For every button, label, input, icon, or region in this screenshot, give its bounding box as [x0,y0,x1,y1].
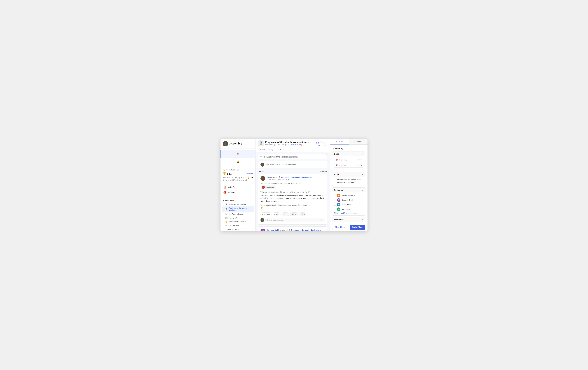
feed-date-header: Today Newest ▾ [258,170,327,172]
tab-feed[interactable]: Feed [258,148,267,152]
post-actions-1: Comment React 🥂 1 🎉 10 🏆 8 [261,211,325,216]
tab-builder[interactable]: Builder [278,148,288,152]
flow-item-monthly-pulse[interactable]: 😀 Monthly Pulse Survey [221,220,254,224]
end-date-input[interactable]: 📅 End date ▾ [334,163,363,168]
start-date-select[interactable]: Start date [339,159,360,161]
next-occurrence-banner: 👤 Next occurrence is tomorrow at 9:00am [258,161,327,168]
tab-filter[interactable]: ▼ Filter [330,139,349,145]
flow-item-employee-month[interactable]: 🏅 Employee of the Month Nominat... [221,206,254,212]
filter-body: ▼ Filter By Dates ▲ 📅 Start date ▾ [330,145,368,223]
commenter-avatar: 👤 [261,218,264,222]
comment-input[interactable]: Leave a comment... ➤ [265,218,325,222]
posted-by-row-2: KS Kennedy Smith [334,198,363,202]
block-check-row-1: Who are you nominating for ... [334,178,363,180]
dates-section-header[interactable]: Dates ▲ [332,151,365,156]
reaction-cheers[interactable]: 🥂 1 [282,212,289,216]
post-more-button-2[interactable]: ••• [321,229,325,231]
next-button[interactable]: › [322,141,327,146]
comment-input-row: 👤 Leave a comment... ➤ [261,218,325,222]
flow-item-job-referrals[interactable]: 👀 Job Referrals [221,224,254,228]
filter-by-header: ▼ Filter By [332,146,365,151]
tab-insights[interactable]: Insights [267,148,278,152]
rewards-icon: 🎁 [223,191,226,194]
posted-by-row-3: AJ Akash Joshi [334,203,363,206]
posted-by-checkbox-3[interactable] [334,204,336,205]
feed-date-label: Today [258,170,263,172]
posted-by-checkbox-1[interactable] [334,195,336,196]
mentioned-section-header[interactable]: Mentioned ▲ [332,217,365,222]
filter-panel: ▼ Filter ⓘ About ▼ Filter By Dates ▲ [330,139,368,231]
calendar-icon-start: 📅 [336,159,338,161]
add-flow-button[interactable]: + Add a new flow [220,228,255,231]
sidebar-item-notifications[interactable]: 🔔 [220,158,255,165]
feed-area: 🔍 ▾ 👤 Next occurrence is tomorrow at 9:0… [255,152,330,231]
post-flow-link-1[interactable]: Employee of the Month Nominations [281,176,312,178]
post-avatar-2: KS [261,229,265,231]
dates-section-body: 📅 Start date ▾ 📅 End date ▾ [332,156,365,170]
next-occurrence-text: Next occurrence is tomorrow at 9:00am [266,164,296,166]
posted-by-checkbox-4[interactable] [334,208,336,210]
search-dropdown-icon[interactable]: ▾ [324,156,325,158]
post-card-1: 👤 You answered 🏅 Employee of the Month N… [258,174,327,225]
flow-subtitle: Runs Monthly • 1,234 participants • See … [265,144,312,146]
post-author-name-2[interactable]: Kennedy Smith [267,229,279,231]
post-author-text-2: Kennedy Smith answered 🏅 Employee of the… [267,229,321,231]
sidebar-header: 👤 Assembly [220,141,255,149]
trophy-label: My Trophy Balance ⓘ [223,169,253,171]
occurrence-avatar: 👤 [261,163,264,167]
post-author-name-1[interactable]: You [267,176,270,178]
post-more-button-1[interactable]: ••• [321,176,325,179]
posted-by-avatar-3: AJ [337,203,340,206]
post-flow-link-2[interactable]: Employee of the Month Nominations [291,229,321,231]
trophy-amount: 🏆 323 [223,172,232,175]
remaining-info-icon[interactable]: ⓘ [243,177,244,179]
see-visibility-link[interactable]: See visibility [291,144,300,146]
comment-button[interactable]: Comment [261,212,272,216]
dates-section: Dates ▲ 📅 Start date ▾ 📅 End date [332,151,365,170]
flow-feeds-header[interactable]: ▲ Flow feeds [220,199,255,202]
posted-by-section: Posted by ▲ BR Brooke Rosenthal KS Kenne… [332,187,365,216]
tab-about[interactable]: ⓘ About [349,139,368,145]
filter-by-member-link[interactable]: Filter by a different member... [334,212,363,214]
filter-icon: ▼ [332,147,334,150]
block-section-header[interactable]: Block ▲ [332,172,365,177]
end-date-select[interactable]: End date [339,164,360,167]
post-meta-1: You answered 🏅 Employee of the Month Nom… [267,176,312,180]
flow-title: Employee of the Month Nominations ••• [265,141,312,144]
flow-title-area: 🏅 Employee of the Month Nominations ••• … [258,140,312,146]
apply-filters-button[interactable]: Apply Filters [350,225,366,230]
home-icon: 🏠 [236,152,241,157]
question-1: Who are you nominating for Employee of t… [261,182,325,184]
reaction-party[interactable]: 🎉 10 [290,212,298,216]
block-checkbox-1[interactable] [334,178,336,180]
post-meta-2: Kennedy Smith answered 🏅 Employee of the… [267,229,321,231]
mentioned-section: Mentioned ▲ JT Jasmine Torres JC Jisoo C… [332,217,365,223]
clear-filters-button[interactable]: Clear filters [332,225,348,230]
search-bar[interactable]: 🔍 ▾ [258,154,327,159]
nominee-avatar: JC [262,186,265,189]
redeem-button[interactable]: Redeem [247,173,253,175]
sidebar-item-home[interactable]: 🏠 [220,150,255,158]
posted-by-checkbox-2[interactable] [334,199,336,201]
watch-button[interactable]: 👁 [316,141,321,146]
react-button[interactable]: React [273,212,281,216]
start-date-input[interactable]: 📅 Start date ▾ [334,158,363,162]
flow-menu-button[interactable]: ••• [308,141,312,144]
user-avatar[interactable]: 👤 [223,141,228,146]
posted-by-section-header[interactable]: Posted by ▲ [332,188,365,192]
reaction-trophy[interactable]: 🏆 8 [299,212,306,216]
sort-select[interactable]: Newest ▾ [320,170,327,172]
flow-item-internal-wiki[interactable]: ℹ️ Internal Wiki [221,216,254,220]
trophy-info-icon[interactable]: ⓘ [237,169,239,171]
main-content: 🏅 Employee of the Month Nominations ••• … [255,139,330,231]
main-nav-links: 📋 Main Feed 🎁 Rewards [220,183,255,197]
search-input[interactable] [263,156,323,158]
flow-item-360-review[interactable]: 📝 360 Review Survey [221,212,254,216]
sidebar-item-rewards[interactable]: 🎁 Rewards [220,190,255,195]
about-tab-icon: ⓘ [354,140,356,143]
sidebar-item-main-feed[interactable]: 📋 Main Feed [220,184,255,190]
post-avatar-1: 👤 [261,176,265,181]
block-checkbox-2[interactable] [334,181,336,183]
remaining-row: Remaining Trophies to give ⓘ 🏆 215 [223,177,253,179]
flow-item-celebrate[interactable]: 🎉 Celebrate a Teammate [221,202,254,206]
